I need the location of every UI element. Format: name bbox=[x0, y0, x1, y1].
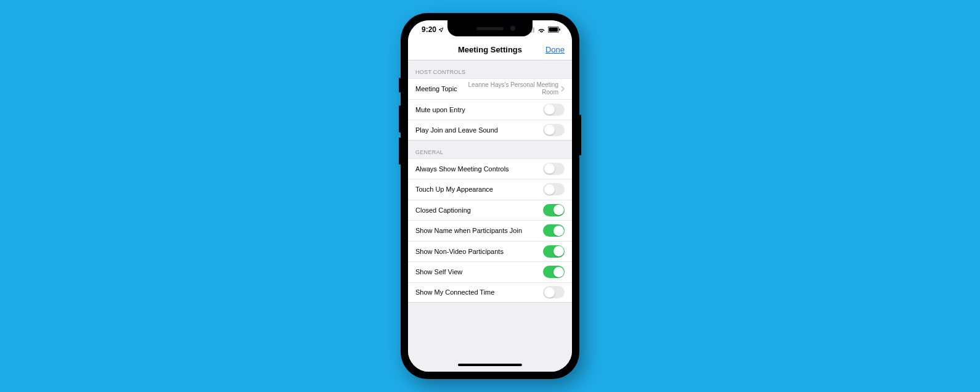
chevron-right-icon bbox=[561, 86, 565, 92]
row-selfview: Show Self View bbox=[408, 261, 572, 282]
row-showname: Show Name when Participants Join bbox=[408, 220, 572, 241]
row-label: Show Self View bbox=[415, 268, 462, 276]
toggle-caption[interactable] bbox=[543, 204, 565, 216]
nav-bar: Meeting Settings Done bbox=[408, 39, 572, 60]
done-button[interactable]: Done bbox=[545, 45, 565, 54]
settings-content: HOST CONTROLS Meeting Topic Leanne Hays'… bbox=[408, 60, 572, 358]
wifi-icon bbox=[537, 27, 545, 33]
row-value: Leanne Hays's Personal Meeting Room bbox=[461, 81, 558, 96]
svg-rect-6 bbox=[559, 28, 560, 31]
status-time: 9:20 bbox=[422, 25, 436, 34]
row-touchup: Touch Up My Appearance bbox=[408, 179, 572, 200]
section-header-general: GENERAL bbox=[408, 141, 572, 158]
row-label: Show Non-Video Participants bbox=[415, 248, 504, 255]
toggle-nonvideo[interactable] bbox=[543, 245, 565, 258]
row-nonvideo: Show Non-Video Participants bbox=[408, 241, 572, 262]
toggle-mute-entry[interactable] bbox=[543, 104, 565, 116]
volume-down bbox=[399, 137, 401, 165]
row-label: Show Name when Participants Join bbox=[415, 227, 522, 234]
row-label: Closed Captioning bbox=[415, 206, 471, 214]
row-label: Play Join and Leave Sound bbox=[415, 126, 498, 134]
battery-icon bbox=[548, 27, 561, 33]
row-caption: Closed Captioning bbox=[408, 200, 572, 221]
svg-rect-3 bbox=[533, 27, 534, 33]
mute-switch bbox=[399, 78, 401, 92]
toggle-meeting-controls[interactable] bbox=[543, 163, 565, 175]
section-header-host: HOST CONTROLS bbox=[408, 60, 572, 78]
location-icon bbox=[438, 27, 444, 33]
home-indicator[interactable] bbox=[458, 364, 522, 366]
toggle-touchup[interactable] bbox=[543, 183, 565, 195]
row-meeting-topic[interactable]: Meeting Topic Leanne Hays's Personal Mee… bbox=[408, 78, 572, 99]
row-label: Mute upon Entry bbox=[415, 106, 465, 113]
svg-rect-5 bbox=[549, 28, 558, 32]
notch bbox=[447, 20, 533, 36]
row-connected: Show My Connected Time bbox=[408, 282, 572, 303]
power-button bbox=[579, 115, 581, 155]
toggle-connected[interactable] bbox=[543, 286, 565, 298]
toggle-play-sound[interactable] bbox=[543, 124, 565, 136]
row-label: Show My Connected Time bbox=[415, 288, 494, 296]
row-label: Touch Up My Appearance bbox=[415, 186, 493, 193]
row-mute-entry: Mute upon Entry bbox=[408, 99, 572, 120]
phone-frame: 9:20 Meeting Settings Done HOST CONTROLS… bbox=[401, 13, 579, 379]
volume-up bbox=[399, 105, 401, 133]
page-title: Meeting Settings bbox=[458, 45, 522, 54]
row-play-sound: Play Join and Leave Sound bbox=[408, 120, 572, 141]
row-label: Always Show Meeting Controls bbox=[415, 165, 509, 173]
toggle-selfview[interactable] bbox=[543, 266, 565, 278]
home-indicator-area bbox=[408, 358, 572, 372]
phone-screen: 9:20 Meeting Settings Done HOST CONTROLS… bbox=[408, 20, 572, 372]
toggle-showname[interactable] bbox=[543, 224, 565, 237]
row-meeting-controls: Always Show Meeting Controls bbox=[408, 158, 572, 179]
row-label: Meeting Topic bbox=[415, 85, 457, 92]
